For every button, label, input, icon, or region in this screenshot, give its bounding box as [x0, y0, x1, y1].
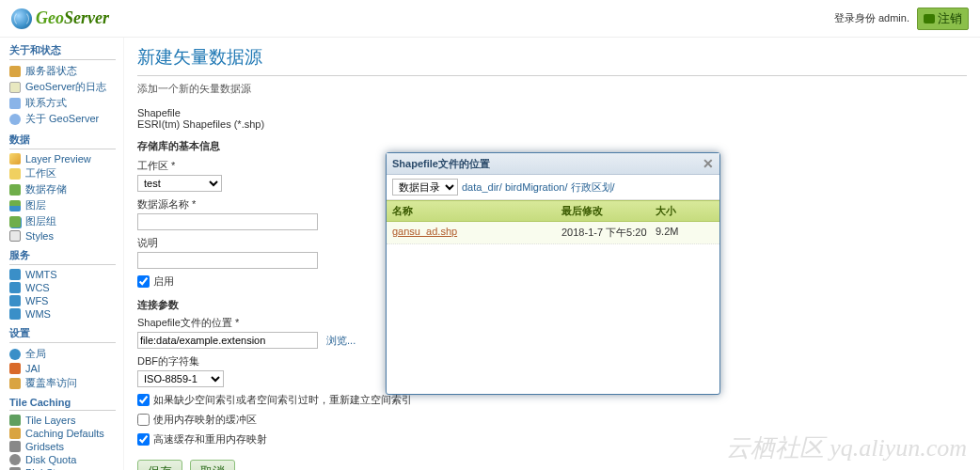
cache-checkbox[interactable] [137, 433, 150, 446]
modal-title: Shapefile文件的位置 [392, 157, 490, 171]
save-button[interactable]: 保存 [137, 460, 182, 470]
brand-text: GeoServer [36, 8, 109, 28]
type-desc: ESRI(tm) Shapefiles (*.shp) [137, 118, 967, 130]
sidebar-item[interactable]: 联系方式 [9, 95, 116, 111]
layer-icon [9, 153, 21, 164]
nav-head-about: 关于和状态 [9, 43, 116, 60]
sidebar-item[interactable]: Caching Defaults [9, 427, 116, 440]
sidebar-item-label: 图层组 [25, 214, 56, 228]
wms-icon [9, 308, 21, 320]
nav-list-tile: Tile LayersCaching DefaultsGridsetsDisk … [9, 414, 116, 470]
sidebar-item[interactable]: JAI [9, 362, 116, 375]
close-icon[interactable]: ✕ [703, 156, 714, 171]
page-subtitle: 添加一个新的矢量数据源 [137, 82, 967, 96]
sidebar-item[interactable]: 图层 [9, 197, 116, 213]
modal-table-head: 名称 最后修改 大小 [387, 200, 719, 222]
nav-head-tile: Tile Caching [9, 397, 116, 411]
col-date: 最后修改 [561, 204, 656, 218]
sidebar-item-label: 联系方式 [25, 96, 67, 110]
file-row[interactable]: gansu_ad.shp 2018-1-7 下午5:20 9.2M [387, 222, 719, 244]
sidebar-item-label: WFS [25, 295, 48, 306]
breadcrumb-seg[interactable]: birdMigration/ [505, 181, 568, 193]
type-title: Shapefile [137, 107, 967, 118]
cache-icon [9, 428, 21, 439]
sidebar-item[interactable]: 服务器状态 [9, 63, 116, 79]
brand-logo[interactable]: GeoServer [11, 8, 109, 29]
mem-map-label: 使用内存映射的缓冲区 [153, 413, 257, 427]
grid-icon [9, 200, 21, 212]
work-icon [9, 168, 21, 180]
col-name: 名称 [392, 204, 561, 218]
sidebar-item[interactable]: 关于 GeoServer [9, 111, 116, 127]
root-select[interactable]: 数据目录 [392, 179, 458, 196]
sidebar-item-label: 数据存储 [25, 182, 67, 196]
sidebar-item-label: JAI [25, 363, 40, 374]
enabled-label: 启用 [153, 274, 174, 289]
sidebar-item-label: WMS [25, 308, 51, 320]
file-size: 9.2M [656, 226, 714, 240]
sidebar-item[interactable]: Gridsets [9, 440, 116, 453]
rebuild-index-label: 如果缺少空间索引或者空间索引过时，重新建立空间索引 [153, 393, 412, 407]
gridset-icon [9, 441, 21, 452]
file-name[interactable]: gansu_ad.shp [392, 226, 457, 237]
rebuild-index-checkbox[interactable] [137, 394, 150, 406]
sidebar-item[interactable]: 工作区 [9, 165, 116, 181]
breadcrumb-seg[interactable]: 行政区划/ [571, 181, 615, 193]
sidebar-item[interactable]: Disk Quota [9, 453, 116, 466]
desc-input[interactable] [137, 252, 318, 269]
nav-list-about: 服务器状态GeoServer的日志联系方式关于 GeoServer [9, 63, 116, 127]
sidebar-item[interactable]: WFS [9, 294, 116, 307]
dsname-input[interactable] [137, 213, 318, 230]
cache-label: 高速缓存和重用内存映射 [153, 432, 267, 446]
globe-icon [11, 8, 32, 29]
cancel-button[interactable]: 取消 [190, 460, 235, 470]
modal-path-bar: 数据目录 data_dir/ birdMigration/ 行政区划/ [387, 175, 719, 200]
modal-header: Shapefile文件的位置 ✕ [387, 153, 719, 175]
page-title: 新建矢量数据源 [137, 45, 967, 76]
sidebar-item[interactable]: 覆盖率访问 [9, 375, 116, 391]
sidebar-item[interactable]: GeoServer的日志 [9, 79, 116, 95]
nav-head-data: 数据 [9, 133, 116, 149]
disk-icon [9, 454, 21, 465]
log-icon [9, 82, 21, 93]
sidebar-item[interactable]: Styles [9, 229, 116, 243]
workspace-select[interactable]: test [137, 175, 222, 192]
wfs-icon [9, 295, 21, 306]
globe-icon [9, 349, 21, 360]
style-icon [9, 230, 21, 242]
mem-map-checkbox[interactable] [137, 414, 150, 426]
breadcrumb-seg[interactable]: data_dir/ [462, 181, 502, 193]
nav-section-data: 数据 Layer Preview工作区数据存储图层图层组Styles [9, 133, 116, 243]
sidebar-item-label: 全局 [25, 347, 46, 361]
nav-list-settings: 全局JAI覆盖率访问 [9, 346, 116, 391]
sidebar-item[interactable]: Layer Preview [9, 152, 116, 165]
nav-list-data: Layer Preview工作区数据存储图层图层组Styles [9, 152, 116, 243]
sidebar-item[interactable]: 图层组 [9, 213, 116, 229]
stack-icon [9, 216, 21, 227]
sidebar-item[interactable]: WMS [9, 307, 116, 321]
sidebar-item-label: Disk Quota [25, 454, 76, 465]
nav-head-services: 服务 [9, 248, 116, 265]
sidebar-item[interactable]: Tile Layers [9, 414, 116, 427]
sidebar-item-label: Styles [25, 230, 54, 242]
browse-link[interactable]: 浏览... [326, 335, 356, 346]
loc-input[interactable] [137, 332, 318, 349]
enabled-checkbox[interactable] [137, 275, 150, 288]
basic-info-head: 存储库的基本信息 [137, 139, 967, 153]
about-icon [9, 114, 21, 125]
sidebar-item-label: Layer Preview [25, 153, 91, 164]
sidebar-item-label: WMTS [25, 269, 57, 280]
sidebar-item-label: Tile Layers [25, 415, 75, 426]
sidebar-item[interactable]: 数据存储 [9, 181, 116, 197]
dbf-select[interactable]: ISO-8859-1 [137, 370, 224, 387]
store-icon [9, 184, 21, 196]
sidebar: 关于和状态 服务器状态GeoServer的日志联系方式关于 GeoServer … [0, 38, 124, 470]
sidebar-item[interactable]: WMTS [9, 268, 116, 281]
sidebar-item[interactable]: WCS [9, 281, 116, 294]
app-header: GeoServer 登录身份 admin. 注销 [0, 0, 980, 38]
sidebar-item[interactable]: 全局 [9, 346, 116, 362]
server-icon [9, 66, 21, 77]
logout-button[interactable]: 注销 [917, 8, 969, 30]
sidebar-item[interactable]: BlobStores [9, 466, 116, 470]
file-date: 2018-1-7 下午5:20 [561, 226, 656, 240]
